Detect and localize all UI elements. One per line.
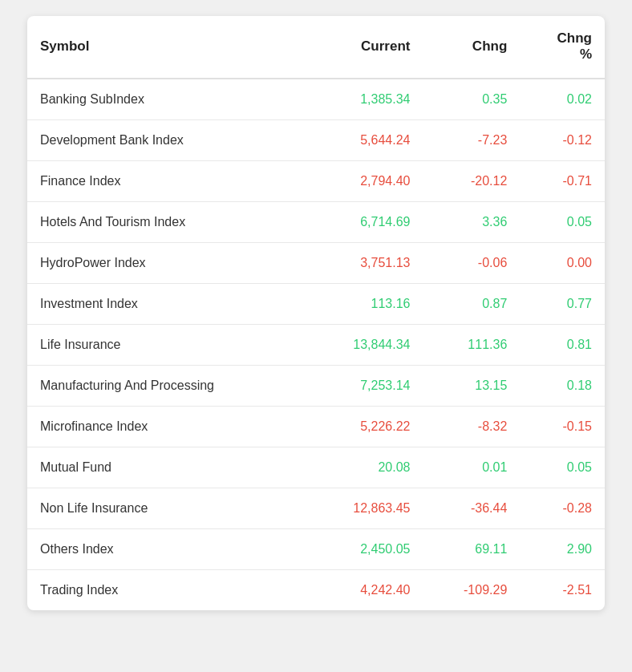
chng-cell: -20.12 <box>423 160 520 201</box>
symbol-cell: Others Index <box>27 528 307 569</box>
table-body: Banking SubIndex1,385.340.350.02Developm… <box>27 79 605 610</box>
symbol-cell: Manufacturing And Processing <box>27 365 307 406</box>
table-row: Microfinance Index5,226.22-8.32-0.15 <box>27 406 605 447</box>
header-current: Current <box>307 16 423 79</box>
symbol-cell: Development Bank Index <box>27 119 307 160</box>
chng-pct-cell: 0.00 <box>520 242 605 283</box>
symbol-cell: Non Life Insurance <box>27 488 307 528</box>
table-row: Mutual Fund20.080.010.05 <box>27 447 605 488</box>
current-cell: 7,253.14 <box>307 365 423 406</box>
current-cell: 4,242.40 <box>307 569 423 610</box>
chng-pct-cell: 0.05 <box>520 201 605 242</box>
chng-cell: 0.87 <box>423 283 520 324</box>
index-table-container: Symbol Current Chng Chng% Banking SubInd… <box>27 16 605 610</box>
header-symbol: Symbol <box>27 16 307 79</box>
current-cell: 2,450.05 <box>307 528 423 569</box>
table-row: Development Bank Index5,644.24-7.23-0.12 <box>27 119 605 160</box>
chng-pct-cell: -0.15 <box>520 406 605 447</box>
chng-cell: -109.29 <box>423 569 520 610</box>
chng-pct-cell: -0.12 <box>520 119 605 160</box>
current-cell: 20.08 <box>307 447 423 488</box>
table-row: Trading Index4,242.40-109.29-2.51 <box>27 569 605 610</box>
symbol-cell: Investment Index <box>27 283 307 324</box>
chng-cell: -0.06 <box>423 242 520 283</box>
table-row: Others Index2,450.0569.112.90 <box>27 528 605 569</box>
chng-pct-cell: -0.28 <box>520 488 605 528</box>
symbol-cell: Finance Index <box>27 160 307 201</box>
symbol-cell: Mutual Fund <box>27 447 307 488</box>
symbol-cell: HydroPower Index <box>27 242 307 283</box>
current-cell: 113.16 <box>307 283 423 324</box>
index-table: Symbol Current Chng Chng% Banking SubInd… <box>27 16 605 610</box>
chng-cell: 0.35 <box>423 79 520 120</box>
symbol-cell: Hotels And Tourism Index <box>27 201 307 242</box>
current-cell: 6,714.69 <box>307 201 423 242</box>
header-chng-pct: Chng% <box>520 16 605 79</box>
chng-pct-cell: -2.51 <box>520 569 605 610</box>
chng-cell: 111.36 <box>423 324 520 365</box>
table-row: Life Insurance13,844.34111.360.81 <box>27 324 605 365</box>
symbol-cell: Banking SubIndex <box>27 79 307 120</box>
chng-pct-cell: 0.05 <box>520 447 605 488</box>
chng-cell: 13.15 <box>423 365 520 406</box>
chng-pct-cell: 0.77 <box>520 283 605 324</box>
symbol-cell: Life Insurance <box>27 324 307 365</box>
chng-cell: 69.11 <box>423 528 520 569</box>
table-row: Non Life Insurance12,863.45-36.44-0.28 <box>27 488 605 528</box>
table-row: HydroPower Index3,751.13-0.060.00 <box>27 242 605 283</box>
chng-pct-cell: 0.81 <box>520 324 605 365</box>
symbol-cell: Microfinance Index <box>27 406 307 447</box>
current-cell: 12,863.45 <box>307 488 423 528</box>
table-row: Banking SubIndex1,385.340.350.02 <box>27 79 605 120</box>
chng-cell: -7.23 <box>423 119 520 160</box>
table-header-row: Symbol Current Chng Chng% <box>27 16 605 79</box>
table-row: Manufacturing And Processing7,253.1413.1… <box>27 365 605 406</box>
chng-cell: 3.36 <box>423 201 520 242</box>
current-cell: 3,751.13 <box>307 242 423 283</box>
current-cell: 2,794.40 <box>307 160 423 201</box>
chng-cell: 0.01 <box>423 447 520 488</box>
chng-pct-cell: 0.18 <box>520 365 605 406</box>
current-cell: 13,844.34 <box>307 324 423 365</box>
header-chng: Chng <box>423 16 520 79</box>
table-row: Finance Index2,794.40-20.12-0.71 <box>27 160 605 201</box>
current-cell: 5,226.22 <box>307 406 423 447</box>
table-row: Investment Index113.160.870.77 <box>27 283 605 324</box>
chng-pct-cell: 2.90 <box>520 528 605 569</box>
table-row: Hotels And Tourism Index6,714.693.360.05 <box>27 201 605 242</box>
symbol-cell: Trading Index <box>27 569 307 610</box>
current-cell: 5,644.24 <box>307 119 423 160</box>
chng-cell: -36.44 <box>423 488 520 528</box>
chng-pct-cell: -0.71 <box>520 160 605 201</box>
chng-pct-cell: 0.02 <box>520 79 605 120</box>
chng-cell: -8.32 <box>423 406 520 447</box>
current-cell: 1,385.34 <box>307 79 423 120</box>
